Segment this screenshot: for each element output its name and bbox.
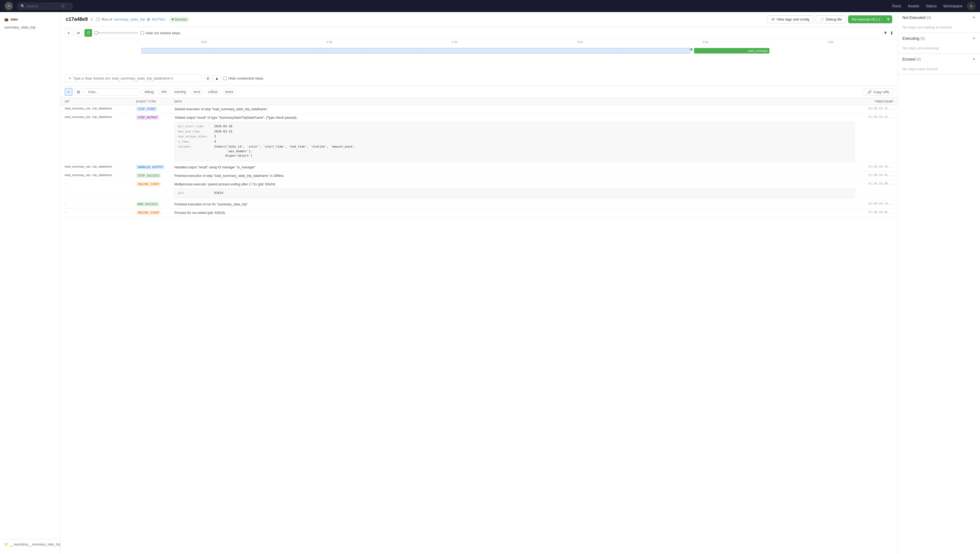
job-id: c17a48e9 [66,16,88,22]
filter-tag-critical[interactable]: critical [205,89,220,95]
search-icon: 🔍 [21,4,25,8]
log-op-0: load_summary_sta...trip_dataframe [65,107,136,110]
timeline-slider[interactable] [94,32,138,34]
executing-title: Executing (0) [902,36,925,41]
executing-header[interactable]: Executing (0) ▼ [898,33,980,44]
log-info-1: Yielded output "result" of type "Summary… [174,115,855,161]
header-actions: 🏷 View tags and config 📄 Debug file Re-e… [767,15,892,23]
debug-file-button[interactable]: 📄 Debug file [816,15,846,23]
hide-unselected-label[interactable]: Hide unselected steps [223,76,264,80]
commit-link[interactable]: f61f761c [152,17,165,21]
log-event-type-0: STEP_START [136,107,174,111]
nav-logo[interactable] [5,2,13,10]
sidebar: 💼 Jobs summary_stats_trip 📁 __repository… [0,12,60,554]
search-kbd: / [61,4,65,8]
job-info-icon[interactable]: ℹ [91,17,92,21]
timeline-content: load_summary [60,45,898,72]
event-badge-6: ENGINE_EVENT [136,210,161,215]
step-subset-box[interactable]: ✦ [65,74,202,82]
filter-tag-event[interactable]: event [222,89,236,95]
log-op-5: - [65,202,136,205]
log-row: load_summary_sta...trip_dataframe STEP_S… [60,105,898,113]
filter-tag-debug[interactable]: debug [142,89,157,95]
subset-icon: ✦ [68,76,71,80]
step-subset-input[interactable] [73,76,198,80]
filter-tags: debug info warning error critical event [142,89,236,95]
log-event-type-3: STEP_SUCCESS [136,174,174,178]
subset-controls: ⊙ ▲ [204,75,221,82]
filter-icon[interactable]: ▼ [883,30,888,35]
main-layout: 💼 Jobs summary_stats_trip 📁 __repository… [0,12,980,554]
hide-unselected-text: Hide unselected steps [228,76,264,80]
copy-url-button[interactable]: 🔗 Copy URL [864,88,893,96]
filter-tag-error[interactable]: error [191,89,204,95]
log-row: - ENGINE_EVENT Multiprocess executor: pa… [60,180,898,201]
list-view-btn[interactable]: ≡ [65,29,72,37]
filter-tag-warning[interactable]: warning [171,89,189,95]
slider-thumb [94,31,98,35]
log-list-view-btn[interactable]: ≡ [65,88,72,96]
hide-unselected-checkbox[interactable] [223,76,227,80]
ruler-mark-1: 1.0s [267,40,392,44]
log-event-type-1: STEP_OUTPUT [136,115,174,120]
log-event-type-4: ENGINE_EVENT [136,182,174,186]
kv-row: columnsIndex(['bike_id', 'color', 'start… [178,145,851,158]
kv-row: min_start_time2020-02-10 [178,124,851,129]
event-badge-1: STEP_OUTPUT [136,115,159,120]
not-executed-header[interactable]: Not Executed (0) ▼ [898,12,980,23]
log-area: ≡ ⊞ debug info warning error critical ev… [60,86,898,554]
nav-link-runs[interactable]: Runs [892,4,901,8]
timeline-bar-green[interactable]: load_summary [694,48,769,54]
reexecute-button[interactable]: Re-execute All (↑) [848,15,884,23]
log-op-2: load_summary_sta...trip_dataframe [65,165,136,168]
timeline-area: ≡ ⇄ ⏱ Hide not started steps ▼ ⬇ [60,27,898,86]
col-event-type: EVENT TYPE [136,100,174,103]
log-info-4: Multiprocess executor: parent process ex… [174,182,855,199]
errored-header[interactable]: Errored (0) ▼ [898,54,980,65]
log-info-6: Process for run exited (pid: 93424). [174,210,855,215]
timeline-view-btn[interactable]: ⏱ [84,29,92,37]
settings-icon[interactable]: ⚙ [967,2,975,10]
hide-label-text: Hide not started steps [146,31,180,35]
subset-filter-btn[interactable]: ⊙ [204,75,212,82]
timeline-filter-actions: ▼ ⬇ [883,30,893,36]
log-op-1: load_summary_sta...trip_dataframe [65,115,136,118]
log-ts-5: 15:30:18.74... [855,202,893,205]
sidebar-section-title: 💼 Jobs [0,16,60,24]
kv-row: num_unique_bikes3 [178,134,851,139]
link-icon: 🔗 [867,90,872,94]
ruler-mark-5: 3.0s [768,40,893,44]
main-content: c17a48e9 ℹ 🕐 Run of summary_stats_trip @… [60,12,898,554]
log-ts-0: 15:30:18.15... [855,107,893,110]
run-name-link[interactable]: summary_stats_trip [114,17,145,21]
nav-link-workspace[interactable]: Workspace [943,4,963,8]
reexecute-dropdown[interactable]: ▼ [884,15,892,23]
search-input[interactable] [27,4,59,8]
hide-not-started-label[interactable]: Hide not started steps [140,31,180,35]
tree-view-btn[interactable]: ⇄ [75,29,82,37]
view-tags-button[interactable]: 🏷 View tags and config [767,15,813,23]
sidebar-item-summary-stats-trip[interactable]: summary_stats_trip [0,24,60,31]
event-badge-5: RUN_SUCCESS [136,202,159,207]
not-executed-empty: No steps are waiting to execute [902,25,952,29]
log-filter-input[interactable] [84,88,139,96]
hide-not-started-checkbox[interactable] [140,31,144,35]
event-badge-0: STEP_START [136,107,158,111]
event-badge-4: ENGINE_EVENT [136,182,161,186]
download-icon[interactable]: ⬇ [890,30,893,36]
nav-link-assets[interactable]: Assets [908,4,920,8]
log-ts-4: 15:30:18.89... [855,182,893,185]
not-executed-title: Not Executed (0) [902,15,931,20]
log-structured-view-btn[interactable]: ⊞ [75,88,82,96]
nav-link-status[interactable]: Status [926,4,937,8]
nav-search-box[interactable]: 🔍 / [18,3,72,10]
kv-row: pid93424 [178,191,851,196]
content-area: c17a48e9 ℹ 🕐 Run of summary_stats_trip @… [60,12,980,554]
log-event-type-2: HANDLED_OUTPUT [136,165,174,169]
timeline-track: load_summary [142,48,893,54]
ruler-track: 0.5s 1.0s 1.5s 2.0s 2.5s 3.0s [65,40,893,44]
log-event-type-5: RUN_SUCCESS [136,202,174,207]
subset-expand-btn[interactable]: ▲ [213,75,221,82]
copy-url-label: Copy URL [873,90,890,94]
filter-tag-info[interactable]: info [158,89,169,95]
